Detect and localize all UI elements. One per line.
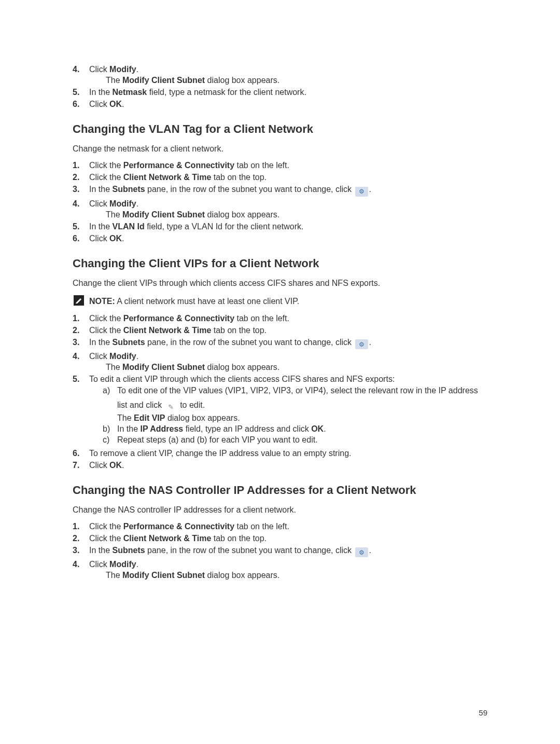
text: In the	[89, 88, 112, 97]
alpha-item: a)To edit one of the VIP values (VIP1, V…	[103, 386, 487, 423]
step-num: 3.	[73, 338, 89, 347]
sub-text: The Modify Client Subnet dialog box appe…	[89, 571, 487, 580]
step-num: 5.	[73, 88, 89, 97]
step-num: 7.	[73, 461, 89, 470]
list-item: 4.Click Modify.The Modify Client Subnet …	[73, 560, 487, 580]
intro-text: Change the client VIPs through which cli…	[73, 279, 487, 288]
list-item: 1.Click the Performance & Connectivity t…	[73, 314, 487, 323]
text: .	[136, 65, 138, 74]
list-item: 1.Click the Performance & Connectivity t…	[73, 161, 487, 170]
list-item: 4. Click Modify. The Modify Client Subne…	[73, 65, 487, 85]
list-item: 4.Click Modify.The Modify Client Subnet …	[73, 199, 487, 219]
step-num: 6.	[73, 234, 89, 243]
text: .	[122, 100, 124, 108]
pencil-note-icon	[74, 295, 84, 308]
list-item: 3.In the Subnets pane, in the row of the…	[73, 338, 487, 350]
list-item: 6. Click OK.	[73, 100, 487, 109]
list-item: 2.Click the Client Network & Time tab on…	[73, 534, 487, 543]
step-num: 3.	[73, 546, 89, 555]
alpha-item: b)In the IP Address field, type an IP ad…	[103, 424, 487, 434]
step-num: 4.	[73, 199, 89, 209]
text: Click	[89, 65, 109, 74]
bold: OK	[109, 100, 122, 108]
list-item: 3.In the Subnets pane, in the row of the…	[73, 546, 487, 558]
heading-vlan: Changing the VLAN Tag for a Client Netwo…	[73, 122, 487, 136]
page-number: 59	[479, 708, 487, 717]
list-item: 3.In the Subnets pane, in the row of the…	[73, 185, 487, 197]
list-item: 6.To remove a client VIP, change the IP …	[73, 449, 487, 458]
gear-icon[interactable]: ⚙	[355, 339, 368, 349]
step-num: 2.	[73, 534, 89, 543]
text: Click	[89, 100, 109, 108]
step-num: 4.	[73, 560, 89, 569]
heading-nas: Changing the NAS Controller IP Addresses…	[73, 484, 487, 497]
alpha-item: c)Repeat steps (a) and (b) for each VIP …	[103, 435, 487, 445]
section0-list: 4. Click Modify. The Modify Client Subne…	[73, 65, 487, 109]
list-item: 2.Click the Client Network & Time tab on…	[73, 173, 487, 182]
list-item: 5.To edit a client VIP through which the…	[73, 375, 487, 446]
list-item: 5.In the VLAN Id field, type a VLAN Id f…	[73, 222, 487, 231]
list-item: 2.Click the Client Network & Time tab on…	[73, 326, 487, 335]
list-item: 4.Click Modify.The Modify Client Subnet …	[73, 352, 487, 372]
list-item: 7.Click OK.	[73, 461, 487, 470]
note-text: NOTE: A client network must have at leas…	[89, 297, 299, 306]
intro-text: Change the NAS controller IP addresses f…	[73, 505, 487, 515]
bold: Modify	[109, 65, 136, 74]
list-item: 6.Click OK.	[73, 234, 487, 243]
pencil-icon[interactable]: ✎	[165, 403, 177, 412]
heading-vips: Changing the Client VIPs for a Client Ne…	[73, 257, 487, 270]
step-num: 2.	[73, 326, 89, 335]
sub-text: The Modify Client Subnet dialog box appe…	[89, 363, 487, 372]
sub-text: The Modify Client Subnet dialog box appe…	[89, 76, 487, 85]
alpha-list: a)To edit one of the VIP values (VIP1, V…	[89, 386, 487, 445]
step-num: 6.	[73, 449, 89, 458]
gear-icon[interactable]: ⚙	[355, 187, 368, 197]
alpha-marker: c)	[103, 435, 117, 445]
step-num: 5.	[73, 222, 89, 231]
bold: Netmask	[112, 88, 147, 97]
alpha-marker: b)	[103, 424, 117, 434]
section2-list: 1.Click the Performance & Connectivity t…	[73, 314, 487, 470]
step-num: 5.	[73, 375, 89, 384]
step-num: 4.	[73, 65, 89, 74]
section1-list: 1.Click the Performance & Connectivity t…	[73, 161, 487, 243]
sub-text: The Edit VIP dialog box appears.	[117, 414, 487, 423]
intro-text: Change the netmask for a client network.	[73, 144, 487, 154]
list-item: 1.Click the Performance & Connectivity t…	[73, 522, 487, 531]
step-num: 1.	[73, 161, 89, 170]
step-num: 6.	[73, 100, 89, 109]
alpha-marker: a)	[103, 386, 117, 423]
section3-list: 1.Click the Performance & Connectivity t…	[73, 522, 487, 581]
step-num: 4.	[73, 352, 89, 361]
step-num: 2.	[73, 173, 89, 182]
list-item: 5. In the Netmask field, type a netmask …	[73, 88, 487, 97]
text: field, type a netmask for the client net…	[147, 88, 306, 97]
step-num: 3.	[73, 185, 89, 194]
step-num: 1.	[73, 314, 89, 323]
note-row: NOTE: A client network must have at leas…	[73, 295, 487, 308]
step-num: 1.	[73, 522, 89, 531]
gear-icon[interactable]: ⚙	[355, 547, 368, 557]
sub-text: The Modify Client Subnet dialog box appe…	[89, 210, 487, 219]
